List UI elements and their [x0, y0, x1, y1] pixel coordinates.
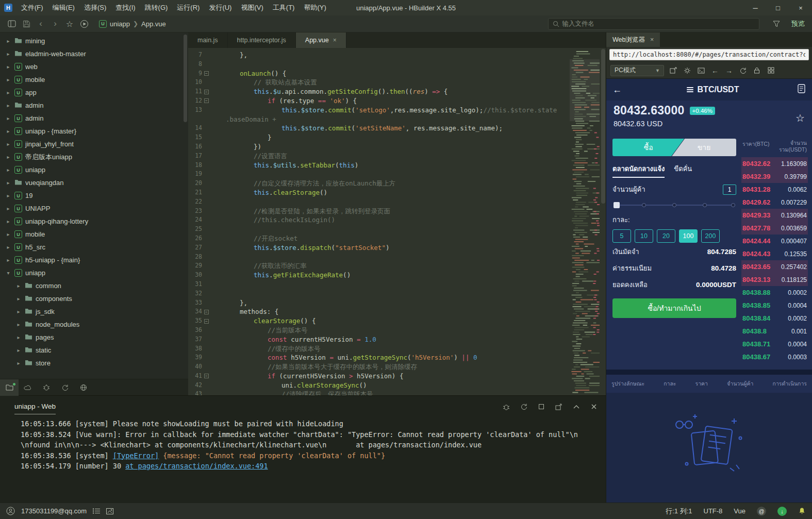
- close-icon[interactable]: ×: [333, 37, 337, 44]
- menu-item[interactable]: 工具(T): [268, 0, 300, 15]
- file-search-box[interactable]: [548, 18, 759, 30]
- menu-item[interactable]: 发行(U): [204, 0, 236, 15]
- chevron-right-icon[interactable]: ▸: [5, 90, 11, 95]
- tree-item[interactable]: ▸U19: [0, 189, 188, 202]
- period-option-button[interactable]: 5: [612, 229, 631, 243]
- outline-list-icon[interactable]: [93, 508, 100, 514]
- filter-funnel-icon[interactable]: [770, 18, 783, 30]
- chevron-right-icon[interactable]: ▸: [5, 257, 11, 263]
- traders-count-input[interactable]: 1: [723, 185, 736, 195]
- orders-doc-icon[interactable]: [798, 84, 806, 95]
- orderbook-row[interactable]: 80432.390.39799: [741, 170, 808, 183]
- log-link[interactable]: at pages/transaction/index.vue:491: [125, 462, 268, 470]
- orderbook-row[interactable]: 80438.880.0002: [741, 286, 808, 299]
- fold-icon[interactable]: −: [204, 98, 209, 103]
- back-icon[interactable]: ‹: [34, 18, 47, 30]
- fold-icon[interactable]: −: [204, 310, 209, 314]
- forward-icon[interactable]: ›: [48, 18, 62, 30]
- chevron-right-icon[interactable]: ▸: [15, 296, 22, 302]
- chevron-down-icon[interactable]: ▾: [5, 270, 11, 276]
- encoding[interactable]: UTF-8: [704, 507, 723, 515]
- update-icon[interactable]: ↓: [777, 507, 787, 516]
- orderbook-row[interactable]: 80429.330.130964: [741, 209, 808, 222]
- device-mode-select[interactable]: PC模式 ▼: [610, 65, 664, 76]
- message-icon[interactable]: @: [757, 507, 766, 516]
- browser-tab[interactable]: Web浏览器 ×: [606, 32, 660, 47]
- tree-item[interactable]: ▸Uadmin: [0, 112, 188, 125]
- clear-icon[interactable]: [589, 402, 599, 411]
- chevron-right-icon[interactable]: ▸: [5, 193, 11, 198]
- fold-icon[interactable]: −: [204, 90, 209, 94]
- debug-icon[interactable]: [37, 379, 56, 396]
- tree-item[interactable]: ▸Uapp: [0, 86, 188, 99]
- file-search-input[interactable]: [562, 20, 755, 27]
- orderbook-row[interactable]: 80438.670.0003: [741, 350, 808, 363]
- nav-forward-icon[interactable]: →: [724, 66, 734, 75]
- tree-item[interactable]: ▸Uh5-uniapp - {main}: [0, 254, 188, 266]
- url-input[interactable]: [609, 49, 809, 60]
- tree-item[interactable]: ▸mining: [0, 35, 188, 47]
- lock-icon[interactable]: [752, 66, 761, 75]
- favorite-icon[interactable]: ☆: [796, 112, 805, 124]
- orderbook-row[interactable]: 80427.780.003659: [741, 222, 808, 235]
- close-icon[interactable]: ×: [650, 36, 654, 43]
- editor-tab[interactable]: http.interceptor.js: [228, 32, 296, 48]
- minimap[interactable]: [570, 49, 600, 395]
- orderbook-row[interactable]: 80432.621.163098: [741, 157, 808, 170]
- orderbook-row[interactable]: 80431.280.0062: [741, 183, 808, 196]
- bug-icon[interactable]: [502, 402, 511, 411]
- chevron-right-icon[interactable]: ▸: [5, 206, 11, 211]
- menu-item[interactable]: 选择(S): [79, 0, 111, 15]
- code-area[interactable]: 7},89−onLaunch() {10// 获取站点基本设置11−this.$…: [188, 48, 606, 395]
- collapse-icon[interactable]: [572, 402, 581, 411]
- tree-item[interactable]: ▸Uweb: [0, 60, 188, 73]
- chevron-right-icon[interactable]: ▸: [15, 322, 22, 327]
- chevron-right-icon[interactable]: ▸: [5, 51, 11, 57]
- export-icon[interactable]: [554, 402, 564, 411]
- tree-item[interactable]: ▸store: [0, 357, 188, 370]
- screenshot-icon[interactable]: [106, 508, 113, 514]
- leverage-slider[interactable]: [614, 201, 735, 209]
- favorite-star-icon[interactable]: ☆: [63, 18, 76, 30]
- console-tab[interactable]: uniapp - Web: [14, 403, 56, 414]
- orderbook-row[interactable]: 80438.80.001: [741, 325, 808, 338]
- file-tree-scrollbar[interactable]: [184, 35, 187, 122]
- chevron-right-icon[interactable]: ▸: [15, 347, 22, 353]
- account-icon[interactable]: [6, 507, 15, 515]
- chevron-right-icon[interactable]: ▸: [5, 244, 11, 250]
- buy-button[interactable]: ซื้อ: [612, 139, 684, 156]
- order-type-tab[interactable]: ตลาดนัดกลางแจ้ง: [612, 163, 665, 178]
- layout-icon[interactable]: [5, 18, 19, 30]
- chevron-right-icon[interactable]: ▸: [15, 309, 22, 314]
- fold-icon[interactable]: −: [204, 319, 209, 324]
- tree-item[interactable]: ▸components: [0, 292, 188, 305]
- chevron-right-icon[interactable]: ▸: [5, 231, 11, 237]
- cloud-icon[interactable]: [19, 379, 37, 396]
- period-option-button[interactable]: 20: [657, 229, 675, 243]
- back-arrow-icon[interactable]: ←: [612, 85, 628, 95]
- pair-list-icon[interactable]: [687, 87, 693, 92]
- files-icon[interactable]: [0, 379, 19, 396]
- slider-thumb[interactable]: [614, 202, 620, 208]
- maximize-button[interactable]: □: [767, 0, 789, 15]
- editor-scrollbar[interactable]: [601, 49, 605, 204]
- menu-item[interactable]: 跳转(G): [140, 0, 173, 15]
- nav-back-icon[interactable]: ←: [710, 66, 720, 75]
- orderbook-row[interactable]: 80438.710.0004: [741, 338, 808, 350]
- grid-icon[interactable]: [766, 66, 775, 75]
- orderbook-row[interactable]: 80429.620.007229: [741, 196, 808, 209]
- log-link[interactable]: [TypeError]: [113, 451, 159, 460]
- menu-item[interactable]: 视图(V): [236, 0, 268, 15]
- menu-item[interactable]: 文件(F): [16, 0, 48, 15]
- gear-icon[interactable]: [683, 66, 692, 75]
- stop-icon[interactable]: [537, 402, 546, 411]
- order-type-tab[interactable]: ขีดคั่น: [674, 163, 692, 178]
- chevron-right-icon[interactable]: ▸: [5, 115, 11, 121]
- chevron-right-icon[interactable]: ▸: [15, 283, 22, 289]
- breadcrumb-file[interactable]: App.vue: [141, 20, 166, 28]
- tree-item[interactable]: ▸vueqiangdan: [0, 176, 188, 189]
- globe-icon[interactable]: [74, 379, 93, 396]
- account-email[interactable]: 1735031199@qq.com: [21, 507, 87, 515]
- tree-item[interactable]: ▸Umobile: [0, 228, 188, 241]
- devtools-console-icon[interactable]: [697, 66, 706, 75]
